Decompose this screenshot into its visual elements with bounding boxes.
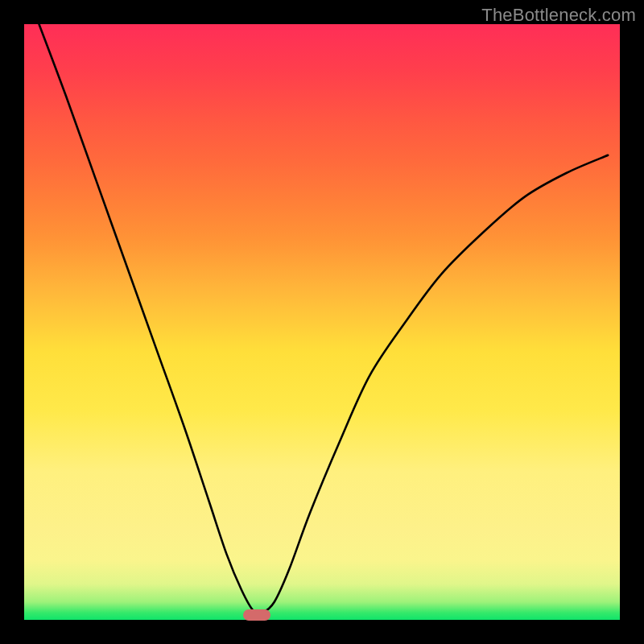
vertex-marker — [243, 609, 270, 621]
watermark-text: TheBottleneck.com — [481, 5, 636, 26]
plot-area — [24, 24, 620, 620]
bottleneck-curve — [24, 24, 620, 620]
